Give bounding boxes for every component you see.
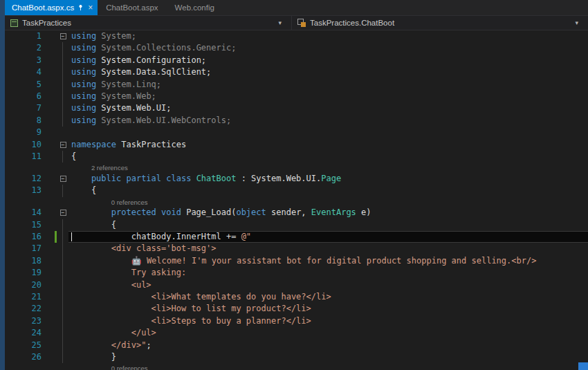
code-text[interactable]: using System.Linq; — [68, 79, 588, 91]
code-text[interactable]: 0 references — [68, 363, 588, 370]
line-number[interactable]: 16 — [5, 231, 45, 243]
code-text[interactable]: 2 references — [68, 163, 588, 173]
line-number[interactable]: 20 — [5, 279, 45, 291]
change-margin — [45, 351, 57, 363]
fold-collapse-icon[interactable]: − — [60, 176, 66, 182]
line-number[interactable]: 10 — [5, 139, 45, 151]
project-dropdown[interactable]: TaskPractices ▾ — [5, 16, 291, 30]
tab-chatboot-aspx-cs[interactable]: ChatBoot.aspx.cs × — [5, 0, 98, 15]
line-number[interactable]: 15 — [5, 219, 45, 231]
line-number[interactable]: 5 — [5, 79, 45, 91]
line-number[interactable]: 11 — [5, 151, 45, 163]
line-number[interactable]: 6 — [5, 91, 45, 102]
line-number[interactable]: 26 — [5, 351, 45, 363]
code-text[interactable]: using System.Configuration; — [68, 55, 588, 66]
code-text[interactable]: <li>How to list my product?</li> — [68, 303, 588, 315]
code-token: } — [71, 352, 116, 362]
code-text[interactable]: namespace TaskPractices — [68, 139, 588, 151]
code-text[interactable]: <div class='bot-msg'> — [68, 243, 588, 255]
line-number[interactable]: 17 — [5, 243, 45, 255]
fold-collapse-icon[interactable]: − — [60, 142, 66, 148]
code-text[interactable]: <li>Steps to buy a planner?</li> — [68, 315, 588, 327]
code-text[interactable]: <li>What templates do you have?</li> — [68, 291, 588, 303]
code-text[interactable]: </div>"; — [68, 340, 588, 351]
change-margin — [45, 55, 57, 66]
line-number[interactable]: 9 — [5, 127, 45, 138]
code-text[interactable]: { — [68, 219, 588, 231]
line-number[interactable]: 7 — [5, 102, 45, 114]
line-number[interactable]: 8 — [5, 115, 45, 127]
line-number[interactable]: 1 — [5, 30, 45, 42]
change-margin — [45, 243, 57, 255]
code-token: System.Linq; — [101, 80, 161, 89]
code-text[interactable]: </ul> — [68, 327, 588, 339]
code-text[interactable]: <ul> — [68, 279, 588, 291]
code-text[interactable]: Try asking: — [68, 267, 588, 279]
line-number[interactable]: 13 — [5, 185, 45, 196]
change-margin — [45, 79, 57, 91]
code-text[interactable] — [68, 127, 588, 138]
fold-margin — [57, 315, 68, 327]
code-line: 1−using System; — [5, 30, 588, 42]
code-token: protected void — [71, 207, 186, 217]
code-line: 16 chatBody.InnerHtml += @" — [5, 231, 588, 243]
line-number[interactable]: 22 — [5, 303, 45, 315]
code-token: using — [71, 115, 101, 125]
line-number[interactable] — [5, 163, 45, 173]
code-text[interactable]: chatBody.InnerHtml += @" — [68, 231, 588, 243]
codelens-references[interactable]: 2 references — [91, 164, 128, 172]
code-text[interactable]: using System.Web.UI.WebControls; — [68, 115, 588, 127]
code-text[interactable]: using System.Web.UI; — [68, 102, 588, 114]
fold-collapse-icon[interactable]: − — [60, 210, 66, 216]
code-token: @" — [241, 232, 251, 241]
line-number[interactable]: 14 — [5, 207, 45, 219]
code-text[interactable]: using System.Collections.Generic; — [68, 42, 588, 54]
tab-chatboot-aspx[interactable]: ChatBoot.aspx — [98, 0, 166, 15]
fold-margin — [57, 127, 68, 138]
codelens-references[interactable]: 0 references — [111, 364, 148, 370]
fold-margin — [57, 267, 68, 279]
code-text[interactable]: using System.Data.SqlClient; — [68, 66, 588, 78]
code-line: 11{ — [5, 151, 588, 163]
line-number[interactable]: 25 — [5, 340, 45, 351]
line-number[interactable]: 24 — [5, 327, 45, 339]
fold-collapse-icon[interactable]: − — [60, 33, 66, 39]
code-text[interactable]: protected void Page_Load(object sender, … — [68, 207, 588, 219]
line-number[interactable]: 4 — [5, 66, 45, 78]
line-number[interactable] — [5, 197, 45, 207]
code-line: 12− public partial class ChatBoot : Syst… — [5, 173, 588, 185]
code-line: 17 <div class='bot-msg'> — [5, 243, 588, 255]
code-text[interactable]: 🤖 Welcome! I'm your assistant bot for di… — [68, 255, 588, 267]
codelens-references[interactable]: 0 references — [111, 198, 148, 206]
line-number[interactable]: 19 — [5, 267, 45, 279]
code-text[interactable]: { — [68, 151, 588, 163]
code-text[interactable]: } — [68, 351, 588, 363]
code-token: System.Data.SqlClient; — [101, 67, 211, 77]
line-number[interactable]: 2 — [5, 42, 45, 54]
line-number[interactable]: 18 — [5, 255, 45, 267]
change-margin — [45, 197, 57, 207]
code-text[interactable]: using System.Web; — [68, 91, 588, 102]
code-token: object — [236, 207, 266, 217]
code-text[interactable]: 0 references — [68, 197, 588, 207]
tab-web-config[interactable]: Web.config — [167, 0, 223, 15]
change-margin — [45, 219, 57, 231]
line-number[interactable]: 3 — [5, 55, 45, 66]
code-text[interactable]: public partial class ChatBoot : System.W… — [68, 173, 588, 185]
line-number[interactable]: 23 — [5, 315, 45, 327]
code-text[interactable]: { — [68, 185, 588, 196]
fold-margin — [57, 66, 68, 78]
fold-margin — [57, 351, 68, 363]
code-line: 8using System.Web.UI.WebControls; — [5, 115, 588, 127]
pin-icon[interactable] — [77, 4, 84, 11]
code-token: using — [71, 43, 101, 53]
fold-margin — [57, 79, 68, 91]
code-line: 20 <ul> — [5, 279, 588, 291]
close-icon[interactable]: × — [88, 3, 93, 12]
line-number[interactable]: 12 — [5, 173, 45, 185]
line-number[interactable] — [5, 363, 45, 370]
type-dropdown[interactable]: TaskPractices.ChatBoot ▾ — [291, 16, 588, 30]
change-margin — [45, 363, 57, 370]
code-text[interactable]: using System; — [68, 30, 588, 42]
line-number[interactable]: 21 — [5, 291, 45, 303]
